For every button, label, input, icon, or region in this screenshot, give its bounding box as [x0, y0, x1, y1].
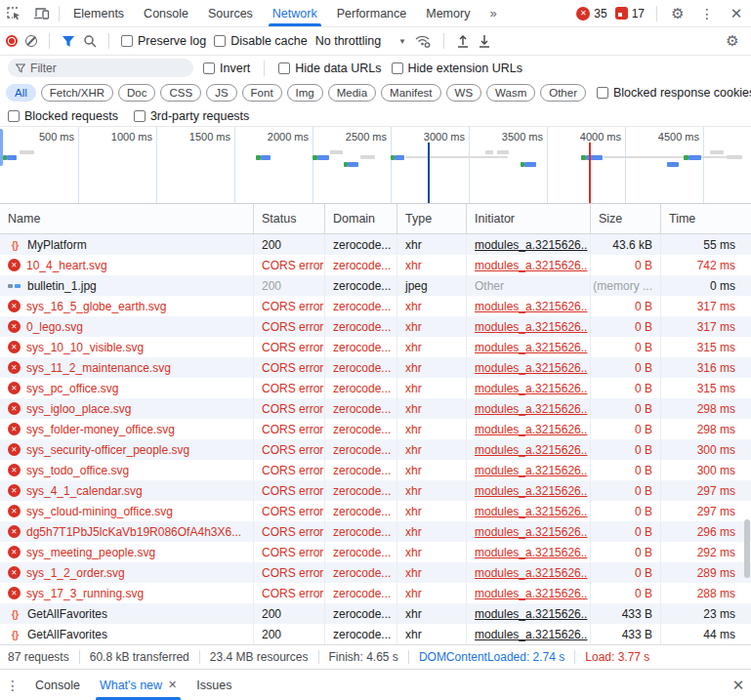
initiator-link[interactable]: modules_a.3215626.. — [475, 341, 587, 354]
type-pill-font[interactable]: Font — [242, 84, 282, 102]
drawer-tab-console[interactable]: Console — [25, 670, 90, 700]
checkbox[interactable] — [214, 35, 226, 47]
filter-toggle-icon[interactable] — [62, 35, 75, 48]
drawer-tab-what-s-new[interactable]: What's new✕ — [90, 670, 187, 700]
table-row[interactable]: ✕sys_igloo_place.svgCORS errorzerocode..… — [0, 398, 751, 419]
table-row[interactable]: ✕sys_security-officer_people.svgCORS err… — [0, 439, 751, 460]
initiator-link[interactable]: modules_a.3215626.. — [475, 628, 587, 641]
table-row[interactable]: ✕sys_cloud-mining_office.svgCORS errorze… — [0, 501, 751, 521]
blocked-requests-checkbox[interactable]: Blocked requests — [8, 109, 118, 123]
type-pill-js[interactable]: JS — [206, 84, 236, 102]
error-count[interactable]: 35 — [594, 7, 606, 21]
table-row[interactable]: ✕sys_10_10_visible.svgCORS errorzerocode… — [0, 337, 751, 357]
clear-button[interactable] — [25, 35, 37, 47]
initiator-link[interactable]: modules_a.3215626.. — [475, 259, 587, 272]
initiator-link[interactable]: modules_a.3215626.. — [475, 546, 587, 559]
filter-input[interactable] — [30, 62, 186, 75]
type-pill-fetch-xhr[interactable]: Fetch/XHR — [41, 84, 113, 102]
tab-network[interactable]: Network — [263, 0, 327, 26]
inspect-element-icon[interactable] — [0, 0, 27, 26]
type-pill-other[interactable]: Other — [540, 84, 586, 102]
table-row[interactable]: ✕sys_folder-money_office.svgCORS errorze… — [0, 419, 751, 439]
table-row[interactable]: {}GetAllFavorites200zerocode...xhrmodule… — [0, 624, 751, 644]
initiator-link[interactable]: modules_a.3215626.. — [475, 464, 587, 477]
type-pill-img[interactable]: Img — [287, 84, 323, 102]
initiator-link[interactable]: modules_a.3215626.. — [475, 361, 587, 375]
tab-sources[interactable]: Sources — [198, 0, 263, 26]
tab-memory[interactable]: Memory — [416, 0, 480, 26]
type-pill-css[interactable]: CSS — [160, 84, 201, 102]
hide-data-urls-checkbox[interactable]: Hide data URLs — [278, 62, 381, 75]
initiator-link[interactable]: modules_a.3215626.. — [475, 607, 587, 621]
table-row[interactable]: ✕dg5h7T1PbJ5lcKaVb19R086OfA4h3X6...CORS … — [0, 521, 751, 542]
hide-extension-urls-checkbox[interactable]: Hide extension URLs — [392, 62, 522, 75]
table-row[interactable]: ✕10_4_heart.svgCORS errorzerocode...xhrm… — [0, 255, 751, 275]
close-tab-icon[interactable]: ✕ — [168, 679, 177, 691]
column-header-size[interactable]: Size — [591, 204, 661, 233]
table-row[interactable]: ✕sys_pc_office.svgCORS errorzerocode...x… — [0, 378, 751, 398]
checkbox[interactable] — [203, 62, 215, 74]
export-har-icon[interactable] — [478, 34, 491, 48]
invert-checkbox[interactable]: Invert — [203, 62, 250, 75]
table-row[interactable]: {}MyPlatform200zerocode...xhrmodules_a.3… — [0, 234, 751, 255]
network-overview-strip[interactable]: 500 ms1000 ms1500 ms2000 ms2500 ms3000 m… — [0, 127, 751, 204]
throttling-select[interactable]: No throttling▼ — [315, 34, 406, 48]
initiator-link[interactable]: modules_a.3215626.. — [475, 443, 587, 457]
tab-performance[interactable]: Performance — [327, 0, 417, 26]
scrollbar-thumb[interactable] — [744, 519, 750, 578]
close-drawer-icon[interactable]: ✕ — [726, 677, 751, 694]
table-row[interactable]: ✕0_lego.svgCORS errorzerocode...xhrmodul… — [0, 316, 751, 337]
error-count-icon[interactable]: ✕ — [576, 7, 590, 21]
issues-count-icon[interactable] — [615, 7, 628, 20]
tab-elements[interactable]: Elements — [63, 0, 134, 26]
table-row[interactable]: ✕sys_11_2_maintenance.svgCORS errorzeroc… — [0, 357, 751, 378]
type-pill-doc[interactable]: Doc — [118, 84, 155, 102]
table-row[interactable]: ✕sys_meeting_people.svgCORS errorzerocod… — [0, 542, 751, 562]
checkbox[interactable] — [278, 62, 290, 74]
initiator-link[interactable]: modules_a.3215626.. — [475, 587, 587, 600]
more-options-icon[interactable]: ⋮ — [694, 6, 720, 21]
record-button[interactable] — [6, 35, 18, 47]
table-row[interactable]: {}GetAllFavorites200zerocode...xhrmodule… — [0, 603, 751, 624]
column-header-initiator[interactable]: Initiator — [467, 204, 591, 233]
initiator-link[interactable]: modules_a.3215626.. — [475, 566, 587, 580]
column-header-name[interactable]: Name — [0, 204, 254, 233]
issues-count[interactable]: 17 — [632, 7, 645, 21]
settings-gear-icon[interactable]: ⚙ — [665, 5, 690, 22]
column-header-type[interactable]: Type — [397, 204, 467, 233]
initiator-link[interactable]: modules_a.3215626.. — [475, 423, 587, 436]
checkbox[interactable] — [392, 62, 403, 74]
initiator-link[interactable]: modules_a.3215626.. — [475, 402, 587, 416]
preserve-log-checkbox[interactable]: Preserve log — [121, 34, 206, 48]
column-header-time[interactable]: Time — [661, 204, 751, 233]
type-pill-all[interactable]: All — [6, 84, 36, 102]
table-row[interactable]: ✕sys_17_3_running.svgCORS errorzerocode.… — [0, 583, 751, 603]
initiator-link[interactable]: modules_a.3215626.. — [475, 525, 587, 539]
type-pill-media[interactable]: Media — [328, 84, 376, 102]
checkbox[interactable] — [134, 110, 146, 122]
more-tabs-icon[interactable]: » — [480, 0, 506, 26]
drawer-tab-issues[interactable]: Issues — [187, 670, 241, 700]
initiator-link[interactable]: modules_a.3215626.. — [475, 505, 587, 518]
initiator-link[interactable]: modules_a.3215626.. — [475, 382, 587, 395]
table-row[interactable]: ✕sys_16_5_globe_earth.svgCORS errorzeroc… — [0, 296, 751, 316]
initiator-link[interactable]: modules_a.3215626.. — [475, 484, 587, 498]
type-pill-ws[interactable]: WS — [446, 84, 482, 102]
initiator-link[interactable]: modules_a.3215626.. — [475, 300, 587, 313]
blocked-cookies-checkbox[interactable]: Blocked response cookies — [597, 86, 751, 100]
initiator-link[interactable]: modules_a.3215626.. — [475, 238, 587, 252]
tab-console[interactable]: Console — [134, 0, 198, 26]
table-row[interactable]: bulletin_1.jpg200zerocode...jpegOther(me… — [0, 275, 751, 296]
checkbox[interactable] — [121, 35, 133, 47]
disable-cache-checkbox[interactable]: Disable cache — [214, 34, 308, 48]
type-pill-manifest[interactable]: Manifest — [381, 84, 440, 102]
table-row[interactable]: ✕sys_todo_office.svgCORS errorzerocode..… — [0, 460, 751, 480]
initiator-link[interactable]: modules_a.3215626.. — [475, 320, 587, 334]
import-har-icon[interactable] — [456, 34, 470, 48]
checkbox[interactable] — [8, 110, 20, 122]
column-header-status[interactable]: Status — [254, 204, 325, 233]
column-header-domain[interactable]: Domain — [325, 204, 397, 233]
table-row[interactable]: ✕sys_4_1_calendar.svgCORS errorzerocode.… — [0, 480, 751, 501]
network-conditions-icon[interactable] — [414, 34, 432, 48]
overview-grip[interactable] — [0, 129, 3, 166]
